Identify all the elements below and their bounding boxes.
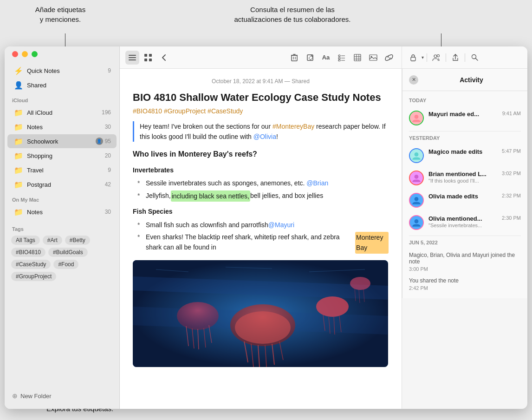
shopping-icon: 📁 <box>14 151 23 160</box>
highlight-monterey-bay: Monterey Bay <box>355 232 389 254</box>
activity-content: TODAY Mayuri made ed... 9:41 A <box>402 91 527 298</box>
new-folder-button[interactable]: ⊕ New Folder <box>5 388 119 403</box>
icloud-section-label: iCloud <box>5 94 119 105</box>
svg-point-30 <box>235 311 291 344</box>
sidebar-item-all-icloud[interactable]: 📁 All iCloud 196 <box>7 105 117 119</box>
mayuri-item-info: Mayuri made ed... <box>428 111 498 118</box>
group-joined-time: 3:00 PM <box>409 266 521 272</box>
travel-icon: 📁 <box>14 165 23 175</box>
avatar-mayuri <box>409 111 424 125</box>
svg-point-17 <box>338 59 340 61</box>
tag-groupproject[interactable]: #GroupProject <box>11 272 56 281</box>
tag-betty[interactable]: #Betty <box>65 236 90 245</box>
annotation-activity-summary: Consulta el resumen de las actualizacion… <box>172 5 413 24</box>
activity-group-joined: Magico, Brian, Olivia and Mayuri joined … <box>402 249 527 275</box>
schoolwork-count: 95 <box>105 138 111 144</box>
sidebar-item-notes[interactable]: 📁 Notes 30 <box>7 120 117 134</box>
quick-notes-icon: ⚡ <box>14 66 23 75</box>
tag-casestudy[interactable]: #CaseStudy <box>11 260 51 269</box>
tag-buildgoals[interactable]: #BuildGoals <box>48 248 88 257</box>
svg-point-15 <box>338 57 340 59</box>
sidebar-item-postgrad[interactable]: 📁 Postgrad 42 <box>7 177 117 191</box>
mayuri-item-time: 9:41 AM <box>502 111 521 116</box>
note-intro-text: Hey team! I've broken out the sections f… <box>140 121 389 142</box>
olivia2-item-info: Olivia mentioned... "Sessile invertebrat… <box>428 215 497 228</box>
checklist-button[interactable] <box>335 51 349 65</box>
people-button[interactable] <box>430 51 443 64</box>
back-button[interactable] <box>157 51 171 65</box>
tag-art[interactable]: #Art <box>43 236 62 245</box>
close-button[interactable] <box>12 51 18 57</box>
group-shared-text: You shared the note <box>409 277 521 284</box>
note-title[interactable]: BIO 4810 Shallow Water Ecology Case Stud… <box>133 91 389 105</box>
media-button[interactable] <box>366 51 380 65</box>
svg-point-31 <box>177 302 219 330</box>
compose-button[interactable] <box>303 51 317 65</box>
activity-item-olivia1[interactable]: Olivia made edits 2:32 PM <box>402 189 527 211</box>
share-button[interactable] <box>449 51 462 64</box>
note-toolbar: Aa <box>120 46 402 69</box>
activity-group-shared: You shared the note 2:42 PM <box>402 275 527 294</box>
sidebar-item-shopping[interactable]: 📁 Shopping 20 <box>7 149 117 163</box>
sep1 <box>427 53 427 62</box>
tag-all-tags[interactable]: All Tags <box>11 236 40 245</box>
sidebar-item-quick-notes[interactable]: ⚡ Quick Notes 9 <box>7 64 117 78</box>
format-text-button[interactable]: Aa <box>319 51 333 65</box>
svg-rect-6 <box>149 59 152 61</box>
grid-view-button[interactable] <box>141 51 155 65</box>
link-button[interactable] <box>382 51 396 65</box>
delete-button[interactable] <box>287 51 301 65</box>
tags-section: Tags All Tags #Art #Betty #BIO4810 #Buil… <box>5 221 119 283</box>
bullet-fish-2: Even sharks! The blacktip reef shark, wh… <box>133 232 389 254</box>
table-icon <box>354 54 361 61</box>
new-folder-label: New Folder <box>20 393 51 400</box>
sidebar-item-shared[interactable]: 👤 Shared <box>7 78 117 92</box>
svg-line-41 <box>475 59 478 61</box>
svg-point-47 <box>415 175 419 179</box>
postgrad-label: Postgrad <box>27 181 103 188</box>
divider-2 <box>409 236 521 236</box>
list-view-button[interactable] <box>125 51 139 65</box>
lock-icon <box>410 54 416 61</box>
divider-1 <box>409 131 521 131</box>
shared-icon: 👤 <box>14 80 23 90</box>
activity-item-magico[interactable]: Magico made edits 5:47 PM <box>402 144 527 167</box>
minimize-button[interactable] <box>22 51 28 57</box>
avatar-magico <box>409 148 424 163</box>
svg-rect-5 <box>144 59 147 61</box>
activity-close-button[interactable]: ✕ <box>409 75 418 85</box>
note-hashtags[interactable]: #BIO4810 #GroupProject #CaseStudy <box>133 107 389 115</box>
share-icon <box>452 54 459 61</box>
olivia2-item-time: 2:30 PM <box>502 215 521 221</box>
svg-rect-19 <box>354 54 361 61</box>
avatar-olivia1 <box>409 193 424 208</box>
tag-food[interactable]: #Food <box>53 260 78 269</box>
sidebar-item-travel[interactable]: 📁 Travel 9 <box>7 163 117 177</box>
notes-count: 30 <box>105 124 111 130</box>
activity-item-brian[interactable]: Brian mentioned L... "If this looks good… <box>402 167 527 189</box>
icloud-section: iCloud 📁 All iCloud 196 📁 Notes 30 📁 Sch… <box>5 94 119 191</box>
activity-item-mayuri[interactable]: Mayuri made ed... 9:41 AM <box>402 107 527 129</box>
lock-button[interactable] <box>407 51 420 64</box>
bullet-invertebrates-2: Jellyfish, including black sea nettles, … <box>133 190 389 202</box>
share-badge: 👤 <box>96 138 103 145</box>
olivia2-item-name: Olivia mentioned... <box>428 215 497 222</box>
grid-view-icon <box>144 54 152 61</box>
magico-avatar-img <box>410 148 423 163</box>
magico-item-info: Magico made edits <box>428 148 497 155</box>
quick-notes-count: 9 <box>108 67 111 74</box>
shared-label: Shared <box>27 82 111 89</box>
search-button[interactable] <box>468 51 481 64</box>
today-header: TODAY <box>402 96 527 107</box>
link-icon <box>385 54 393 61</box>
jellyfish-image <box>133 260 388 367</box>
fullscreen-button[interactable] <box>32 51 38 57</box>
tag-bio4810[interactable]: #BIO4810 <box>11 248 45 257</box>
table-button[interactable] <box>350 51 364 65</box>
bullet-invertebrates-1: Sessile invertebrates such as sponges, a… <box>133 178 389 188</box>
sidebar-item-schoolwork[interactable]: 📁 Schoolwork 👤 95 <box>7 134 117 148</box>
sidebar-item-notes-mac[interactable]: 📁 Notes 30 <box>7 205 117 219</box>
olivia2-item-desc: "Sessile invertebrates... <box>428 223 497 228</box>
activity-item-olivia2[interactable]: Olivia mentioned... "Sessile invertebrat… <box>402 211 527 234</box>
bullet-fish-1: Small fish such as clownfish and parrotf… <box>133 220 389 230</box>
